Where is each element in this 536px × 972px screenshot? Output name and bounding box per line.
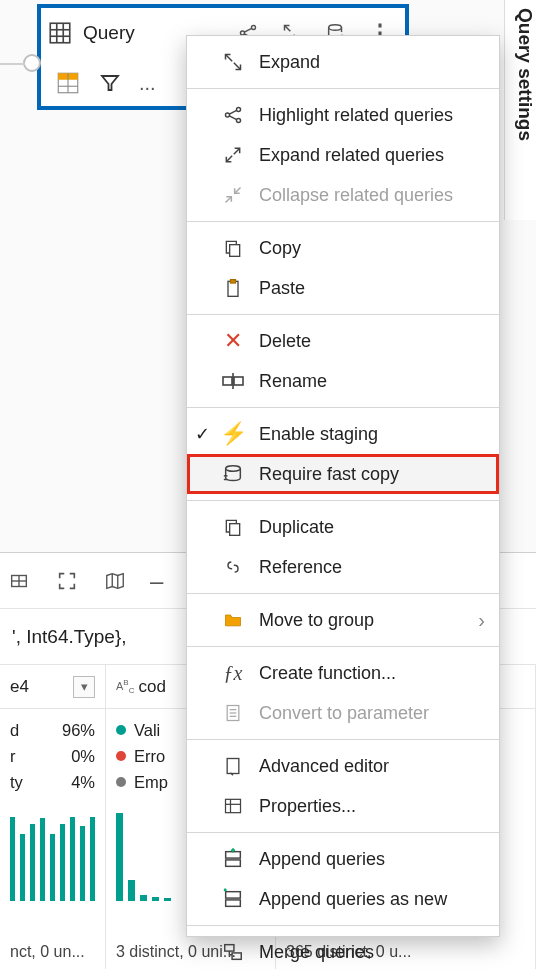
bolt-icon: ⚡ — [217, 418, 249, 450]
menu-label: Collapse related queries — [259, 185, 453, 206]
svg-rect-44 — [226, 900, 241, 906]
properties-icon — [217, 790, 249, 822]
menu-label: Duplicate — [259, 517, 334, 538]
menu-separator — [187, 221, 499, 222]
menu-rename[interactable]: Rename — [187, 361, 499, 401]
table-colored-icon — [55, 70, 81, 96]
column-name: e4 — [10, 677, 29, 697]
map-icon[interactable] — [102, 568, 128, 594]
graph-icon — [217, 99, 249, 131]
merge-icon — [217, 936, 249, 968]
query-settings-panel-tab[interactable]: Query settings — [504, 0, 536, 220]
svg-point-20 — [225, 113, 229, 117]
menu-separator — [187, 407, 499, 408]
menu-append-queries[interactable]: Append queries — [187, 839, 499, 879]
menu-label: Expand — [259, 52, 320, 73]
stat-error-label: Erro — [134, 747, 165, 766]
svg-rect-41 — [226, 852, 241, 858]
menu-separator — [187, 832, 499, 833]
checkmark-icon: ✓ — [191, 423, 213, 445]
menu-label: Convert to parameter — [259, 703, 429, 724]
menu-label: Append queries — [259, 849, 385, 870]
menu-merge-queries[interactable]: Merge queries — [187, 932, 499, 972]
type-text-icon: ABC — [116, 678, 134, 695]
folder-icon — [217, 604, 249, 636]
menu-copy[interactable]: Copy — [187, 228, 499, 268]
stat-valid-pct: 96% — [62, 721, 95, 740]
parameter-icon — [217, 697, 249, 729]
empty-dot-icon — [116, 777, 126, 787]
histogram-e4 — [10, 805, 95, 901]
stat-empty-pct: 4% — [71, 773, 95, 792]
menu-separator — [187, 593, 499, 594]
context-menu: Expand Highlight related queries Expand … — [186, 35, 500, 937]
menu-label: Enable staging — [259, 424, 378, 445]
paste-icon — [217, 272, 249, 304]
menu-label: Paste — [259, 278, 305, 299]
ellipsis-icon: ... — [139, 72, 156, 95]
menu-label: Expand related queries — [259, 145, 444, 166]
svg-point-6 — [251, 25, 255, 29]
column-header-e4[interactable]: e4 ▾ — [0, 665, 106, 708]
svg-point-21 — [236, 107, 240, 111]
menu-expand-related[interactable]: Expand related queries — [187, 135, 499, 175]
function-icon: ƒx — [217, 657, 249, 689]
svg-rect-43 — [226, 892, 241, 898]
stat-valid-label: Vali — [134, 721, 160, 740]
stat-error-label: r — [10, 747, 16, 766]
fit-icon[interactable] — [54, 568, 80, 594]
reference-icon — [217, 551, 249, 583]
svg-line-24 — [229, 116, 236, 120]
menu-convert-to-parameter: Convert to parameter — [187, 693, 499, 733]
svg-rect-0 — [50, 23, 70, 43]
menu-label: Reference — [259, 557, 342, 578]
query-title: Query — [83, 22, 135, 44]
append-new-icon — [217, 883, 249, 915]
zoom-out-icon[interactable]: – — [150, 567, 163, 595]
table-icon — [47, 20, 73, 46]
menu-label: Move to group — [259, 610, 374, 631]
menu-separator — [187, 88, 499, 89]
svg-line-23 — [229, 110, 236, 114]
column-name: cod — [138, 677, 165, 697]
menu-paste[interactable]: Paste — [187, 268, 499, 308]
formula-text: ', Int64.Type}, — [12, 626, 127, 648]
menu-label: Advanced editor — [259, 756, 389, 777]
menu-move-to-group[interactable]: Move to group › — [187, 600, 499, 640]
node-connector[interactable] — [23, 54, 41, 72]
svg-point-22 — [236, 118, 240, 122]
svg-rect-29 — [234, 377, 243, 385]
menu-properties[interactable]: Properties... — [187, 786, 499, 826]
menu-create-function[interactable]: ƒx Create function... — [187, 653, 499, 693]
copy-icon — [217, 232, 249, 264]
menu-advanced-editor[interactable]: Advanced editor — [187, 746, 499, 786]
menu-enable-staging[interactable]: ✓ ⚡ Enable staging — [187, 414, 499, 454]
stat-empty-label: ty — [10, 773, 23, 792]
svg-rect-37 — [227, 759, 239, 774]
menu-reference[interactable]: Reference — [187, 547, 499, 587]
error-dot-icon — [116, 751, 126, 761]
menu-highlight-related[interactable]: Highlight related queries — [187, 95, 499, 135]
svg-rect-46 — [232, 953, 241, 959]
menu-duplicate[interactable]: Duplicate — [187, 507, 499, 547]
menu-label: Highlight related queries — [259, 105, 453, 126]
svg-rect-42 — [226, 860, 241, 866]
stat-valid-label: d — [10, 721, 19, 740]
duplicate-icon — [217, 511, 249, 543]
table-small-icon[interactable] — [6, 568, 32, 594]
menu-label: Merge queries — [259, 942, 374, 963]
menu-label: Copy — [259, 238, 301, 259]
database-fast-icon — [217, 458, 249, 490]
menu-separator — [187, 646, 499, 647]
menu-expand[interactable]: Expand — [187, 42, 499, 82]
menu-delete[interactable]: ✕ Delete — [187, 321, 499, 361]
menu-append-queries-new[interactable]: Append queries as new — [187, 879, 499, 919]
menu-separator — [187, 500, 499, 501]
svg-rect-25 — [230, 245, 240, 257]
menu-separator — [187, 314, 499, 315]
menu-label: Create function... — [259, 663, 396, 684]
menu-require-fast-copy[interactable]: Require fast copy — [187, 454, 499, 494]
expand-out-icon — [217, 139, 249, 171]
menu-collapse-related: Collapse related queries — [187, 175, 499, 215]
column-dropdown-icon[interactable]: ▾ — [73, 676, 95, 698]
